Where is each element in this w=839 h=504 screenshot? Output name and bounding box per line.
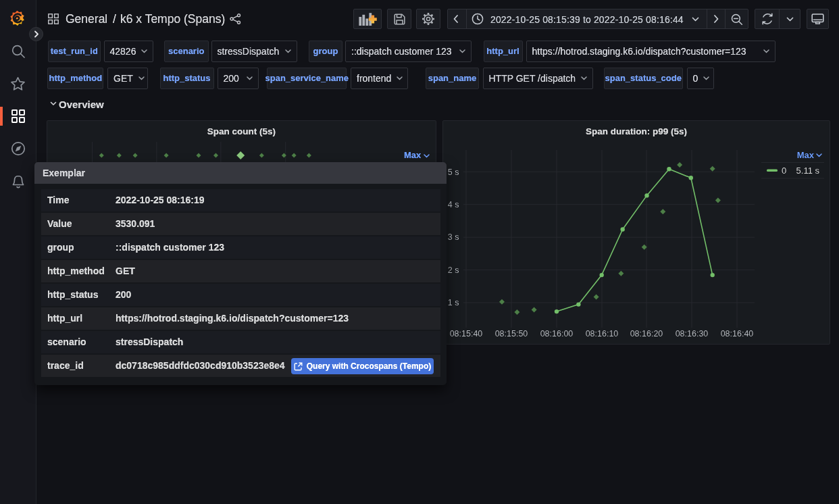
svg-text:5 s: 5 s [448, 168, 459, 177]
svg-text:08:16:10: 08:16:10 [586, 329, 619, 338]
svg-text:5.11 s: 5.11 s [796, 166, 820, 176]
svg-text:08:16:00: 08:16:00 [540, 329, 574, 338]
svg-text:08:16:20: 08:16:20 [630, 329, 663, 338]
svg-text:08:16:30: 08:16:30 [676, 329, 709, 338]
svg-text:4 s: 4 s [448, 200, 459, 209]
svg-text:3 s: 3 s [448, 232, 459, 242]
svg-text:1 s: 1 s [448, 298, 459, 307]
svg-text:08:15:40: 08:15:40 [450, 329, 483, 338]
svg-text:2 s: 2 s [448, 266, 459, 275]
svg-text:08:15:50: 08:15:50 [495, 329, 528, 338]
svg-text:08:16:40: 08:16:40 [721, 329, 754, 338]
svg-text:0: 0 [782, 166, 786, 176]
svg-text:Max: Max [797, 150, 815, 160]
